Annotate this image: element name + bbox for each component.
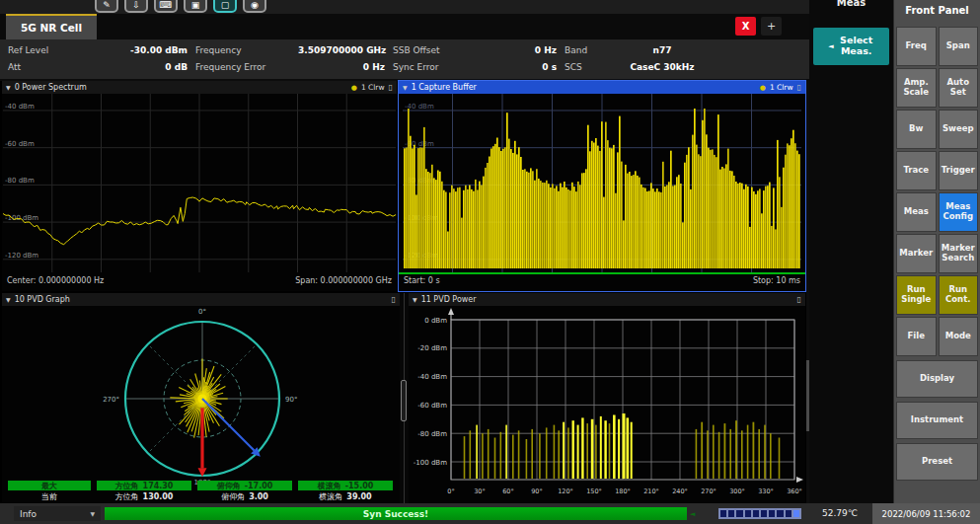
power-spectrum-header[interactable]: ▼ 0 Power Spectrum ● 1 Clrw ▯ [2,81,397,94]
svg-text:300°: 300° [729,487,745,495]
readout-cell-label: 方位角 [115,481,139,490]
readout-cell-label: 俯仰角 [217,481,241,490]
window-icon[interactable]: ▯ [797,295,801,304]
btn-span[interactable]: Span [939,27,979,66]
setting-value[interactable]: 0 Hz [466,42,557,59]
collapse-icon[interactable]: ▼ [403,84,408,91]
setting-label: Frequency [188,42,298,59]
capture-progress-line [399,272,805,274]
btn-marker-search[interactable]: Marker Search [939,234,979,273]
progress-segment [793,510,799,517]
power-icon[interactable]: ◉ [243,0,266,13]
capture-buffer-panel: ▼ 1 Capture Buffer ● 1 Clrw ▯ -40 dBm-60… [399,81,805,291]
display-icon[interactable]: ▢ [213,0,237,13]
left-arrow-icon: ◄ [828,42,833,50]
btn-run-cont[interactable]: Run Cont. [939,275,979,315]
btn-bw[interactable]: Bw [896,110,937,149]
setting-label: Sync Error [385,59,466,76]
dropdown-icon: ▼ [90,510,95,517]
tab-5g-nr-cell[interactable]: 5G NR Cell [6,14,97,39]
setting-value[interactable]: 0 dB [93,59,188,76]
front-panel: Front Panel FreqSpanAmp. ScaleAuto SetBw… [893,0,980,503]
select-meas-button[interactable]: ◄ Select Meas. [813,28,889,65]
readout-cell: 横滚角39.00 [298,491,393,501]
readout-cell-label: 横滚角 [318,481,341,490]
toolbar-icon-row: ✎⇩⌨▣▢◉ [95,0,266,13]
temperature-readout: 52.79℃ [822,508,858,518]
progress-segment [769,510,775,517]
meas-sidebar: Meas ◄ Select Meas. [809,0,893,503]
svg-text:330°: 330° [758,487,774,495]
btn-mode[interactable]: Mode [939,317,979,356]
svg-text:-60 dBm: -60 dBm [417,402,447,410]
tab-add-button[interactable]: + [761,17,782,36]
panel-splitter [400,293,409,503]
btn-trigger[interactable]: Trigger [939,151,979,190]
splitter-handle[interactable] [401,380,407,421]
panel-title: 11 PVD Power [421,295,477,304]
btn-sweep[interactable]: Sweep [939,110,979,149]
svg-text:0 dBm: 0 dBm [424,317,447,325]
btn-meas-config[interactable]: Meas Config [939,192,979,232]
trace-dot-icon: ● [351,84,357,92]
capture-buffer-header[interactable]: ▼ 1 Capture Buffer ● 1 Clrw ▯ [399,81,805,94]
readout-cell-value: 174.30 [143,482,174,490]
trace-badge: 1 Clrw [770,83,793,92]
btn-display[interactable]: Display [896,360,978,398]
angle-readout: 最大方位角174.30俯仰角-17.00横滚角-15.00当前方位角130.00… [8,481,399,502]
btn-file[interactable]: File [896,317,937,356]
window-icon[interactable]: ▯ [797,83,801,92]
svg-text:-100 dBm: -100 dBm [5,214,38,222]
setting-value[interactable]: -30.00 dBm [93,42,188,59]
front-panel-buttons: FreqSpanAmp. ScaleAuto SetBwSweepTraceTr… [894,27,980,356]
center-frequency-label: Center: 0.000000000 Hz [7,276,104,291]
panel-title: 10 PVD Graph [15,295,70,304]
btn-marker[interactable]: Marker [896,234,937,273]
btn-meas[interactable]: Meas [896,192,937,232]
svg-text:210°: 210° [643,487,659,495]
pvd-power-header[interactable]: ▼ 11 PVD Power ▯ [409,293,805,306]
progress-segment [777,510,783,517]
scroll-arrow-icon[interactable]: ◄ [690,510,695,518]
front-panel-title: Front Panel [894,0,980,27]
svg-text:90°: 90° [285,396,297,404]
pvd-power-chart: 0°30°60°90°120°150°180°210°240°270°300°3… [410,306,804,503]
analyzer-screen: ✎⇩⌨▣▢◉ 5G NR Cell X + Ref Level-30.00 dB… [0,0,980,524]
btn-preset[interactable]: Preset [896,443,978,481]
keyboard-icon[interactable]: ⌨ [154,0,178,13]
save-icon[interactable]: ▣ [184,0,207,13]
setting-value[interactable]: 3.509700000 GHz [298,42,385,59]
tab-close-button[interactable]: X [735,17,756,36]
collapse-icon[interactable]: ▼ [6,296,11,303]
svg-text:360°: 360° [787,487,802,495]
svg-text:-80 dBm: -80 dBm [417,430,447,438]
btn-auto-set[interactable]: Auto Set [939,68,979,108]
svg-text:-80 dBm: -80 dBm [5,177,35,185]
btn-freq[interactable]: Freq [896,27,937,66]
window-icon[interactable]: ▯ [389,83,393,92]
export-icon[interactable]: ⇩ [124,0,148,13]
btn-run-single[interactable]: Run Single [896,275,937,315]
setting-value[interactable]: 0 s [466,59,557,76]
btn-instrument[interactable]: Instrument [896,402,978,439]
wrench-icon[interactable]: ✎ [95,0,118,13]
settings-grid: Ref Level-30.00 dBmFrequency3.509700000 … [0,39,809,76]
readout-cell-value: -15.00 [345,482,374,490]
setting-value[interactable]: CaseC 30kHz [604,59,720,76]
progress-segment [753,510,759,517]
collapse-icon[interactable]: ▼ [413,296,417,303]
window-icon[interactable]: ▯ [392,295,396,304]
btn-trace[interactable]: Trace [896,151,937,190]
setting-value[interactable]: n77 [604,42,720,59]
progress-segment [745,510,751,517]
info-dropdown[interactable]: Info ▼ [14,506,101,521]
power-spectrum-panel: ▼ 0 Power Spectrum ● 1 Clrw ▯ -40 dBm-60… [2,81,397,291]
collapse-icon[interactable]: ▼ [6,84,11,91]
pvd-graph-header[interactable]: ▼ 10 PVD Graph ▯ [2,293,400,306]
readout-cell-value: 39.00 [346,492,371,501]
status-message-bar: Syn Success! [105,507,687,520]
progress-segment [728,510,734,517]
setting-value[interactable]: 0 Hz [298,59,385,76]
svg-text:-100 dBm: -100 dBm [414,459,447,467]
btn-amp-scale[interactable]: Amp. Scale [896,68,937,108]
